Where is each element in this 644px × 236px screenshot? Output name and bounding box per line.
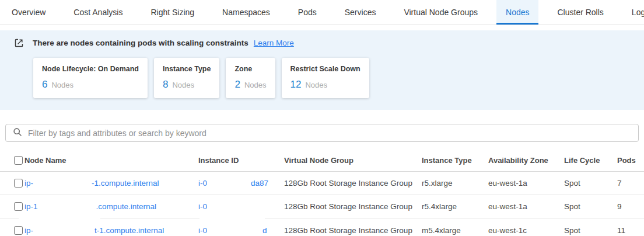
instance-type-cell: r5.4xlarge <box>422 202 488 211</box>
learn-more-link[interactable]: Learn More <box>254 39 294 47</box>
card-title: Instance Type <box>163 65 211 73</box>
instance-id-visible-suffix: da87 <box>251 179 268 188</box>
card-unit: Nodes <box>51 81 74 89</box>
redacted-text <box>38 203 96 209</box>
table-row: ip-t-1.compute.internal i-0d 128Gb Root … <box>0 218 644 236</box>
card-count: 2 <box>235 79 240 91</box>
virtual-node-group-cell: 128Gb Root Storage Instance Group <box>284 226 422 235</box>
external-link-icon <box>14 38 24 48</box>
card-instance-type[interactable]: Instance Type 8 Nodes <box>154 58 219 98</box>
tab-cost-analysis[interactable]: Cost Analysis <box>64 0 132 25</box>
card-count: 6 <box>42 79 47 91</box>
node-name-link[interactable]: ip-1.compute.internal <box>24 202 198 211</box>
pods-cell: 9 <box>617 202 630 211</box>
instance-id-link[interactable]: i-0 <box>198 202 284 211</box>
node-name-link[interactable]: ip-t-1.compute.internal <box>24 226 198 235</box>
scaling-constraints-banner: There are nodes containing pods with sca… <box>0 30 644 110</box>
search-input[interactable] <box>28 129 631 138</box>
node-name-link[interactable]: ip--1.compute.internal <box>24 179 198 188</box>
tab-cluster-rolls[interactable]: Cluster Rolls <box>548 0 612 25</box>
tab-namespaces[interactable]: Namespaces <box>213 0 279 25</box>
instance-id-link[interactable]: i-0da87 <box>198 179 284 188</box>
card-title: Restrict Scale Down <box>290 65 360 73</box>
tab-right-sizing[interactable]: Right Sizing <box>141 0 204 25</box>
card-unit: Nodes <box>172 81 194 89</box>
row-checkbox[interactable] <box>14 202 23 211</box>
redacted-text <box>207 227 262 233</box>
instance-id-link[interactable]: i-0d <box>198 226 284 235</box>
life-cycle-cell: Spot <box>564 179 617 188</box>
node-name-visible-prefix: ip- <box>24 179 33 188</box>
table-row: ip-1.compute.internal i-0 128Gb Root Sto… <box>0 195 644 218</box>
row-checkbox[interactable] <box>14 179 23 188</box>
card-unit: Nodes <box>305 81 327 89</box>
node-name-visible-suffix: -1.compute.internal <box>92 179 159 188</box>
filter-search-box <box>5 124 639 142</box>
card-unit: Nodes <box>244 81 267 89</box>
col-header-node-name: Node Name <box>24 156 198 165</box>
tab-bar: Overview Cost Analysis Right Sizing Name… <box>0 0 644 25</box>
search-icon <box>13 127 22 139</box>
redacted-text <box>33 227 94 233</box>
table-header-row: Node Name Instance ID Virtual Node Group… <box>0 149 644 172</box>
col-header-instance-type: Instance Type <box>422 156 488 165</box>
card-zone[interactable]: Zone 2 Nodes <box>226 58 275 98</box>
tab-nodes[interactable]: Nodes <box>496 0 538 25</box>
availability-zone-cell: eu-west-1a <box>488 202 564 211</box>
virtual-node-group-cell: 128Gb Root Storage Instance Group <box>284 179 422 188</box>
redacted-text <box>207 180 251 186</box>
row-checkbox[interactable] <box>14 226 23 235</box>
life-cycle-cell: Spot <box>564 226 617 235</box>
tab-overview[interactable]: Overview <box>2 0 55 25</box>
instance-type-cell: m5.4xlarge <box>422 226 488 235</box>
redacted-text <box>33 180 92 186</box>
banner-message: There are nodes containing pods with sca… <box>33 39 249 47</box>
instance-id-visible-prefix: i-0 <box>198 202 207 211</box>
card-count: 12 <box>290 79 302 91</box>
node-name-visible-suffix: .compute.internal <box>96 202 157 211</box>
redacted-text <box>207 203 276 209</box>
availability-zone-cell: eu-west-1a <box>488 179 564 188</box>
redaction-box <box>200 216 265 221</box>
virtual-node-group-cell: 128Gb Root Storage Instance Group <box>284 202 422 211</box>
col-header-availability-zone: Availability Zone <box>488 156 564 165</box>
col-header-life-cycle: Life Cycle <box>564 156 617 165</box>
card-title: Zone <box>235 65 266 73</box>
instance-id-visible-prefix: i-0 <box>198 179 207 188</box>
col-header-instance-id: Instance ID <box>198 156 284 165</box>
availability-zone-cell: eu-west-1c <box>488 226 564 235</box>
pods-cell: 7 <box>617 179 630 188</box>
card-count: 8 <box>163 79 168 91</box>
select-all-checkbox[interactable] <box>14 156 23 165</box>
tab-log[interactable]: Log <box>622 0 644 25</box>
card-node-lifecycle-on-demand[interactable]: Node Lifecycle: On Demand 6 Nodes <box>33 58 148 98</box>
constraint-cards: Node Lifecycle: On Demand 6 Nodes Instan… <box>33 58 630 98</box>
table-row: ip--1.compute.internal i-0da87 128Gb Roo… <box>0 172 644 195</box>
col-header-virtual-node-group: Virtual Node Group <box>284 156 422 165</box>
instance-id-visible-prefix: i-0 <box>198 226 207 235</box>
redaction-box <box>19 216 100 221</box>
tab-pods[interactable]: Pods <box>289 0 326 25</box>
node-name-visible-prefix: ip- <box>24 226 33 235</box>
instance-id-visible-suffix: d <box>262 226 267 235</box>
node-name-visible-suffix: t-1.compute.internal <box>94 226 164 235</box>
card-restrict-scale-down[interactable]: Restrict Scale Down 12 Nodes <box>282 58 369 98</box>
card-title: Node Lifecycle: On Demand <box>42 65 139 73</box>
nodes-table: Node Name Instance ID Virtual Node Group… <box>0 149 644 236</box>
instance-type-cell: r5.xlarge <box>422 179 488 188</box>
col-header-pods: Pods <box>617 156 636 165</box>
pods-cell: 11 <box>617 226 630 235</box>
node-name-visible-prefix: ip-1 <box>24 202 38 211</box>
tab-services[interactable]: Services <box>335 0 386 25</box>
life-cycle-cell: Spot <box>564 202 617 211</box>
tab-virtual-node-groups[interactable]: Virtual Node Groups <box>394 0 487 25</box>
